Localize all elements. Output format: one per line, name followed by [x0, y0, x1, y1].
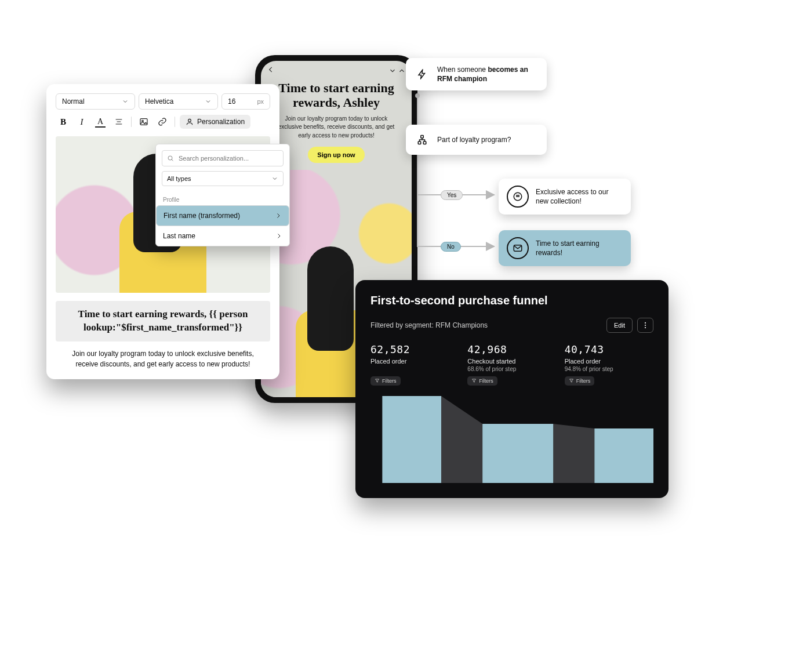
personalization-search-input[interactable] — [177, 154, 278, 162]
personalization-option-label: First name (transformed) — [164, 212, 240, 220]
signup-button[interactable]: Sign up now — [308, 147, 364, 163]
funnel-step-label: Placed order — [565, 358, 653, 365]
svg-rect-15 — [382, 396, 441, 483]
text-color-button[interactable]: A — [93, 114, 108, 129]
flow-canvas: When someone becomes an RFM champion Par… — [406, 58, 638, 278]
separator — [175, 117, 175, 127]
funnel-step-value: 40,743 — [565, 343, 653, 355]
fontsize-input[interactable]: 16 px — [221, 93, 270, 110]
filters-chip-label: Filters — [479, 378, 493, 384]
svg-marker-14 — [553, 424, 594, 483]
personalization-button[interactable]: Personalization — [180, 115, 250, 129]
funnel-step-pct: 94.8% of prior step — [565, 366, 653, 373]
flow-condition-node[interactable]: Part of loyalty program? — [406, 125, 547, 155]
flow-condition-text: Part of loyalty program? — [437, 135, 511, 144]
svg-rect-6 — [418, 141, 421, 144]
funnel-step: 42,968 Checkout started 68.6% of prior s… — [467, 343, 556, 386]
filters-chip-label: Filters — [576, 378, 591, 384]
editor-headline[interactable]: Time to start earning rewards, {{ person… — [56, 301, 270, 342]
chevron-down-up-icon[interactable] — [388, 67, 406, 75]
funnel-title: First-to-second purchase funnel — [370, 294, 653, 307]
svg-point-12 — [645, 327, 646, 328]
back-icon[interactable] — [267, 66, 275, 76]
personalization-group-label: Profile — [156, 192, 289, 205]
italic-button[interactable]: I — [74, 114, 89, 129]
svg-rect-5 — [421, 136, 424, 139]
funnel-step: 40,743 Placed order 94.8% of prior step … — [565, 343, 653, 386]
phone-body: Join our loyalty program today to unlock… — [274, 115, 399, 140]
font-select-value: Helvetica — [145, 97, 173, 106]
personalization-panel: All types Profile First name (transforme… — [155, 144, 290, 246]
separator — [131, 117, 132, 127]
flow-message-yes[interactable]: Exclusive access to our new collection! — [499, 179, 631, 215]
filters-chip[interactable]: Filters — [565, 376, 595, 386]
personalization-label: Personalization — [197, 118, 245, 126]
funnel-step-pct: 68.6% of prior step — [467, 366, 556, 373]
branch-icon — [414, 132, 430, 148]
personalization-search[interactable] — [162, 150, 284, 166]
lightning-icon — [414, 66, 430, 82]
funnel-card: First-to-second purchase funnel Filtered… — [355, 280, 669, 498]
personalization-option-label: Last name — [163, 232, 195, 240]
bold-button[interactable]: B — [56, 114, 71, 129]
link-button[interactable] — [155, 114, 170, 129]
fontsize-unit: px — [257, 98, 264, 105]
filters-chip-label: Filters — [382, 378, 397, 384]
phone-headline: Time to start earning rewards, Ashley — [274, 81, 399, 110]
fontsize-value: 16 — [228, 97, 235, 106]
personalization-types-value: All types — [167, 175, 191, 182]
flow-message-yes-text: Exclusive access to our new collection! — [536, 187, 623, 206]
funnel-step: 62,582 Placed order Filters — [370, 343, 459, 386]
style-select[interactable]: Normal — [56, 93, 135, 110]
funnel-step-label: Checkout started — [467, 358, 556, 365]
chat-icon — [507, 186, 529, 208]
more-button[interactable] — [637, 318, 653, 333]
flow-trigger-text: When someone — [437, 66, 488, 74]
funnel-filter-label: Filtered by segment: RFM Champions — [370, 321, 488, 329]
flow-trigger-node[interactable]: When someone becomes an RFM champion — [406, 58, 547, 90]
svg-rect-17 — [594, 428, 653, 483]
svg-point-10 — [645, 322, 646, 324]
align-button[interactable] — [111, 114, 126, 129]
flow-no-pill: No — [441, 242, 461, 252]
image-button[interactable] — [136, 114, 151, 129]
editor-body[interactable]: Join our loyalty program today to unlock… — [60, 348, 266, 370]
svg-point-2 — [188, 119, 191, 122]
personalization-types-select[interactable]: All types — [162, 171, 284, 186]
funnel-chart — [370, 396, 653, 483]
mail-icon — [507, 237, 529, 259]
funnel-step-value: 62,582 — [370, 343, 459, 355]
svg-rect-16 — [482, 424, 553, 483]
svg-rect-0 — [140, 119, 147, 125]
flow-message-no[interactable]: Time to start earning rewards! — [499, 230, 631, 266]
svg-point-3 — [168, 156, 172, 160]
editor-toolbar: B I A Personalization — [56, 114, 270, 129]
personalization-option[interactable]: Last name — [156, 226, 289, 246]
svg-marker-13 — [441, 396, 482, 483]
style-select-value: Normal — [62, 97, 85, 106]
funnel-step-pct — [370, 366, 459, 373]
flow-message-no-text: Time to start earning rewards! — [536, 239, 623, 257]
funnel-step-label: Placed order — [370, 358, 459, 365]
filters-chip[interactable]: Filters — [370, 376, 401, 386]
funnel-step-value: 42,968 — [467, 343, 556, 355]
personalization-option[interactable]: First name (transformed) — [156, 205, 289, 226]
edit-button[interactable]: Edit — [606, 318, 633, 333]
svg-rect-7 — [423, 141, 426, 144]
svg-point-11 — [645, 325, 646, 326]
filters-chip[interactable]: Filters — [467, 376, 497, 386]
font-select[interactable]: Helvetica — [139, 93, 218, 110]
flow-yes-pill: Yes — [441, 190, 463, 200]
